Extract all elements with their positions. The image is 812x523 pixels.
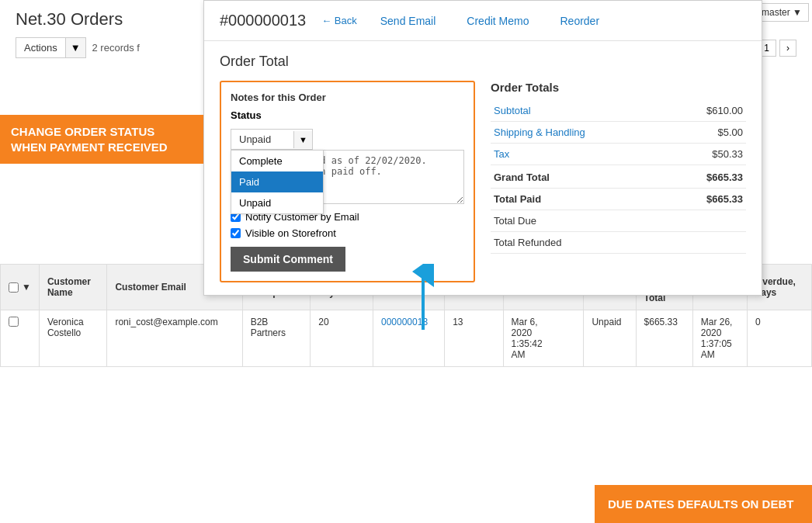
order-panel-header: #000000013 ← Back Send Email Credit Memo… bbox=[204, 1, 762, 41]
visible-row: Visible on Storefront bbox=[231, 227, 464, 239]
top-right-controls: master ▼ bbox=[755, 3, 809, 22]
table-row: VeronicaCostello roni_cost@example.com B… bbox=[1, 310, 812, 367]
subtotal-label: Subtotal bbox=[491, 100, 668, 122]
customer-name-cell: VeronicaCostello bbox=[39, 310, 107, 367]
actions-dropdown[interactable]: Actions ▼ bbox=[16, 37, 86, 58]
status-dropdown: Complete Paid Unpaid bbox=[231, 150, 324, 214]
two-col-layout: Notes for this Order Status Unpaid ▼ Com… bbox=[220, 81, 746, 282]
next-page-button[interactable]: › bbox=[779, 40, 796, 57]
shipping-amount: $5.00 bbox=[668, 122, 746, 144]
payment-days-cell: 20 bbox=[311, 310, 373, 367]
row-checkbox-cell[interactable] bbox=[1, 310, 40, 367]
total-paid-row: Total Paid $665.33 bbox=[491, 189, 746, 210]
tax-row: Tax $50.33 bbox=[491, 144, 746, 165]
order-status-cell: Unpaid bbox=[584, 310, 636, 367]
status-option-paid[interactable]: Paid bbox=[231, 171, 323, 192]
arrow-icon bbox=[411, 264, 435, 336]
customer-email-cell: roni_cost@example.com bbox=[107, 310, 242, 367]
grand-total-amount: $665.33 bbox=[668, 165, 746, 189]
th-customer-name: CustomerName bbox=[39, 265, 107, 310]
actions-label: Actions bbox=[16, 38, 65, 57]
status-select-arrow-icon[interactable]: ▼ bbox=[293, 131, 312, 148]
actions-arrow-icon[interactable]: ▼ bbox=[65, 38, 85, 57]
total-refunded-row: Total Refunded bbox=[491, 232, 746, 254]
status-option-complete[interactable]: Complete bbox=[231, 151, 323, 171]
visible-checkbox[interactable] bbox=[231, 228, 241, 238]
total-paid-amount: $665.33 bbox=[668, 189, 746, 210]
actions-bar: Actions ▼ 2 records f bbox=[16, 37, 140, 58]
submit-comment-button[interactable]: Submit Comment bbox=[231, 247, 345, 272]
row-checkbox[interactable] bbox=[9, 317, 19, 327]
notes-section: Notes for this Order Status Unpaid ▼ Com… bbox=[220, 81, 475, 282]
customer-group-cell: B2BPartners bbox=[242, 310, 311, 367]
order-total-title: Order Total bbox=[220, 54, 746, 70]
tax-amount: $50.33 bbox=[668, 144, 746, 165]
order-panel-body: Order Total Notes for this Order Status … bbox=[204, 41, 762, 295]
status-select-value: Unpaid bbox=[231, 130, 293, 149]
pagination: 1 › bbox=[757, 40, 796, 57]
shipping-label: Shipping & Handling bbox=[491, 122, 668, 144]
notes-title: Notes for this Order bbox=[231, 92, 464, 103]
left-column: Notes for this Order Status Unpaid ▼ Com… bbox=[220, 81, 475, 282]
po-number-cell: 13 bbox=[445, 310, 503, 367]
subtotal-row: Subtotal $610.00 bbox=[491, 100, 746, 122]
shipping-row: Shipping & Handling $5.00 bbox=[491, 122, 746, 144]
totals-table: Subtotal $610.00 Shipping & Handling $5.… bbox=[491, 100, 746, 254]
grand-total-cell: $665.33 bbox=[636, 310, 692, 367]
visible-label: Visible on Storefront bbox=[245, 227, 336, 239]
status-select-wrapper[interactable]: Unpaid ▼ Complete Paid Unpaid bbox=[231, 129, 313, 150]
total-refunded-amount bbox=[668, 232, 746, 254]
th-checkbox[interactable]: ▼ bbox=[1, 265, 40, 310]
total-due-label: Total Due bbox=[491, 210, 668, 232]
tax-label: Tax bbox=[491, 144, 668, 165]
send-email-button[interactable]: Send Email bbox=[373, 15, 444, 27]
overdue-days-cell: 0 bbox=[747, 310, 811, 367]
total-paid-label: Total Paid bbox=[491, 189, 668, 210]
subtotal-amount: $610.00 bbox=[668, 100, 746, 122]
callout-left: CHANGE ORDER STATUS WHEN PAYMENT RECEIVE… bbox=[0, 115, 203, 164]
due-date-cell: Mar 26,20201:37:05AM bbox=[692, 310, 747, 367]
order-panel: #000000013 ← Back Send Email Credit Memo… bbox=[203, 0, 762, 296]
status-option-unpaid[interactable]: Unpaid bbox=[231, 192, 323, 213]
grand-total-row: Grand Total $665.33 bbox=[491, 165, 746, 189]
master-button[interactable]: master ▼ bbox=[755, 3, 809, 22]
records-info: 2 records f bbox=[92, 42, 140, 54]
totals-title: Order Totals bbox=[491, 81, 746, 94]
order-date-cell: Mar 6,20201:35:42AM bbox=[503, 310, 584, 367]
reorder-button[interactable]: Reorder bbox=[552, 15, 607, 27]
status-row: Status bbox=[231, 109, 464, 121]
callout-right: DUE DATES DEFAULTS ON DEBT bbox=[595, 485, 812, 524]
grand-total-label: Grand Total bbox=[491, 165, 668, 189]
back-button[interactable]: ← Back bbox=[321, 15, 357, 26]
right-column: Order Totals Subtotal $610.00 Shipping &… bbox=[491, 81, 746, 282]
total-refunded-label: Total Refunded bbox=[491, 232, 668, 254]
order-id: #000000013 bbox=[220, 12, 306, 29]
total-due-row: Total Due bbox=[491, 210, 746, 232]
status-select-button[interactable]: Unpaid ▼ bbox=[231, 129, 313, 150]
select-all-checkbox[interactable] bbox=[9, 282, 19, 293]
status-label-text: Status bbox=[231, 109, 262, 121]
credit-memo-button[interactable]: Credit Memo bbox=[459, 15, 536, 27]
total-due-amount bbox=[668, 210, 746, 232]
